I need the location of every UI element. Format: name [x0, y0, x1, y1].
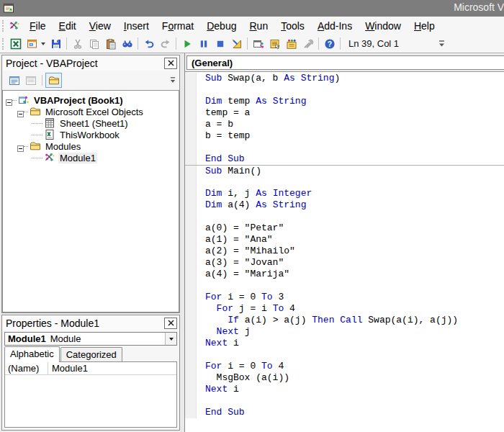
- tree-item-label: Modules: [44, 141, 82, 152]
- tree-item-sheet1-sheet1[interactable]: Sheet1 (Sheet1): [3, 117, 179, 129]
- toolbar-grip-icon[interactable]: [2, 38, 4, 50]
- tree-expander-minus[interactable]: [17, 109, 24, 115]
- find-button[interactable]: [119, 36, 135, 52]
- menu-item-insert[interactable]: Insert: [117, 18, 156, 34]
- run-sub-button[interactable]: [179, 36, 195, 52]
- view-microsoft-excel-button[interactable]: [7, 36, 24, 52]
- properties-panel-close-button[interactable]: [164, 318, 177, 329]
- menu-item-view[interactable]: View: [83, 18, 117, 34]
- code-line[interactable]: [185, 280, 504, 292]
- object-combobox[interactable]: Module1 Module: [4, 332, 177, 346]
- undo-button[interactable]: [140, 36, 157, 52]
- code-line[interactable]: For j = i To 4: [185, 303, 504, 315]
- code-line-text: MsgBox (a(i)): [197, 372, 289, 384]
- object-browser-button[interactable]: [283, 36, 300, 52]
- design-mode-button[interactable]: [228, 36, 245, 52]
- save-button[interactable]: [48, 36, 64, 52]
- project-panel-header: Project - VBAProject: [2, 55, 179, 71]
- combo-dropdown-button[interactable]: [165, 333, 176, 345]
- code-line[interactable]: b = temp: [185, 130, 504, 142]
- menu-item-file[interactable]: File: [23, 18, 53, 34]
- copy-icon: [89, 38, 100, 50]
- vb-app-icon: [3, 2, 14, 14]
- code-editor[interactable]: Sub Swap(a, b As String) Dim temp As Str…: [185, 73, 504, 432]
- code-margin: [185, 372, 197, 384]
- code-margin: [185, 222, 197, 234]
- code-line[interactable]: End Sub: [185, 153, 504, 165]
- code-line[interactable]: a = b: [185, 119, 504, 130]
- code-line[interactable]: [185, 84, 504, 96]
- cut-icon: [72, 38, 84, 50]
- code-line[interactable]: Dim temp As String: [185, 96, 504, 107]
- tab-categorized[interactable]: Categorized: [60, 347, 122, 361]
- menu-item-help[interactable]: Help: [408, 18, 441, 34]
- code-line[interactable]: a(4) = "Marija": [185, 269, 504, 280]
- menu-item-add-ins[interactable]: Add-Ins: [311, 18, 359, 34]
- code-line[interactable]: For i = 0 To 3: [185, 292, 504, 303]
- paste-button[interactable]: [102, 36, 119, 52]
- tree-connector: [32, 123, 42, 124]
- break-button[interactable]: [195, 36, 212, 52]
- code-line[interactable]: Next i: [185, 338, 504, 349]
- tab-alphabetic[interactable]: Alphabetic: [4, 346, 60, 362]
- code-margin: [185, 119, 197, 130]
- code-margin: [185, 326, 197, 338]
- code-line[interactable]: [185, 211, 504, 222]
- project-panel-close-button[interactable]: [164, 58, 177, 69]
- code-line[interactable]: Next j: [185, 326, 504, 338]
- menu-item-run[interactable]: Run: [243, 18, 274, 34]
- code-line[interactable]: MsgBox (a(i)): [185, 372, 504, 384]
- tree-item-vbaproject-book1[interactable]: VBAProject (Book1): [3, 94, 179, 106]
- object-dropdown[interactable]: (General): [186, 55, 504, 70]
- code-line[interactable]: a(3) = "Jovan": [185, 257, 504, 269]
- project-explorer-button[interactable]: [250, 36, 266, 52]
- code-line[interactable]: If a(i) > a(j) Then Call Swap(a(i), a(j)…: [185, 315, 504, 326]
- menu-item-format[interactable]: Format: [156, 18, 200, 34]
- project-toolbar-options-button[interactable]: [167, 73, 178, 89]
- code-line[interactable]: [185, 349, 504, 361]
- code-line-text: temp = a: [197, 107, 250, 119]
- code-line[interactable]: For i = 0 To 4: [185, 361, 504, 372]
- property-row: (Name)Module1: [5, 362, 176, 375]
- insert-userform-button[interactable]: [24, 36, 48, 52]
- tree-item-modules[interactable]: Modules: [3, 140, 179, 152]
- menubar-grip-icon[interactable]: [2, 20, 4, 32]
- code-line[interactable]: Dim a(4) As String: [185, 199, 504, 211]
- project-panel-title: Project - VBAProject: [6, 58, 164, 69]
- code-line[interactable]: Dim i, j As Integer: [185, 188, 504, 199]
- code-line[interactable]: End Sub: [185, 407, 504, 418]
- code-line[interactable]: temp = a: [185, 107, 504, 119]
- find-icon: [122, 38, 133, 50]
- tree-expander-minus[interactable]: [6, 97, 12, 104]
- code-line[interactable]: Next i: [185, 384, 504, 395]
- view-code-button[interactable]: [6, 73, 22, 88]
- code-line-text: Sub Main(): [197, 166, 261, 176]
- property-value-cell[interactable]: Module1: [48, 362, 176, 374]
- code-line[interactable]: Sub Swap(a, b As String): [185, 73, 504, 84]
- menu-item-edit[interactable]: Edit: [53, 18, 83, 34]
- chevron-down-icon: [41, 42, 45, 45]
- tree-item-microsoft-excel-objects[interactable]: Microsoft Excel Objects: [3, 106, 179, 117]
- help-button[interactable]: ?: [321, 36, 338, 52]
- tree-item-label: VBAProject (Book1): [32, 95, 125, 106]
- menu-item-tools[interactable]: Tools: [274, 18, 311, 34]
- menu-item-window[interactable]: Window: [359, 18, 408, 34]
- code-line[interactable]: [185, 395, 504, 407]
- code-line[interactable]: Sub Main(): [185, 165, 504, 176]
- code-line-text: Next j: [197, 326, 250, 338]
- code-line[interactable]: a(1) = "Ana": [185, 234, 504, 246]
- toggle-folders-button[interactable]: [45, 73, 62, 88]
- reset-button[interactable]: [212, 36, 228, 52]
- code-margin: [185, 349, 197, 361]
- code-line[interactable]: a(0) = "Petar": [185, 222, 504, 234]
- code-line[interactable]: [185, 142, 504, 153]
- properties-window-button[interactable]: [266, 36, 283, 52]
- menu-item-debug[interactable]: Debug: [200, 18, 243, 34]
- tree-item-module1[interactable]: Module1: [3, 152, 179, 163]
- tree-item-thisworkbook[interactable]: ThisWorkbook: [3, 129, 179, 140]
- selected-object-type: Module: [50, 333, 81, 344]
- tree-expander-minus[interactable]: [17, 143, 24, 150]
- code-line[interactable]: [185, 176, 504, 188]
- toolbar-options-button[interactable]: [436, 36, 447, 52]
- code-line[interactable]: a(2) = "Mihailo": [185, 246, 504, 257]
